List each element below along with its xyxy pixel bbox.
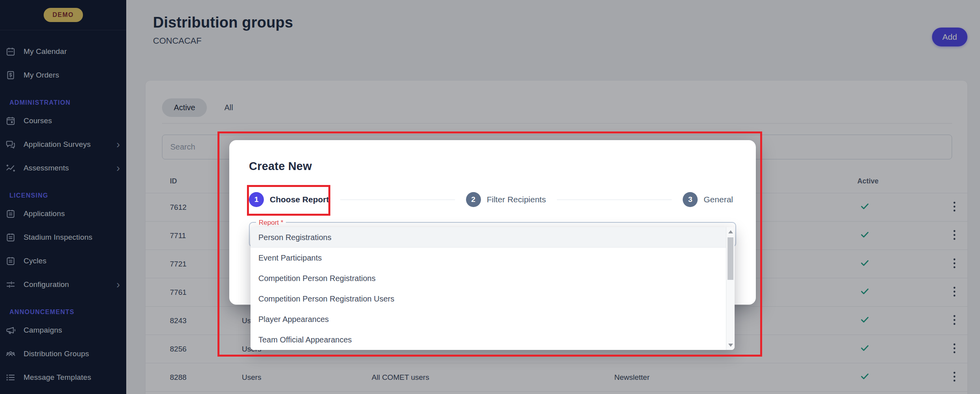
scroll-down-arrow-icon[interactable] [728, 344, 733, 347]
report-option[interactable]: Competition Person Registrations [251, 268, 726, 289]
step-connector [340, 200, 455, 200]
wizard-stepper: 1 Choose Report 2 Filter Recipients 3 Ge… [249, 192, 733, 207]
step-number-badge: 3 [683, 192, 698, 207]
wizard-step[interactable]: 2 Filter Recipients [466, 192, 683, 207]
step-label: Choose Report [270, 195, 329, 204]
report-options-list: Person RegistrationsEvent ParticipantsCo… [251, 227, 726, 350]
report-option[interactable]: Event Participants [251, 248, 726, 268]
report-field-label: Report * [256, 219, 286, 227]
modal-title: Create New [249, 160, 312, 173]
step-number-badge: 2 [466, 192, 481, 207]
dropdown-scrollbar[interactable] [726, 227, 735, 350]
wizard-step[interactable]: 3 General [683, 192, 733, 207]
report-option[interactable]: Competition Person Registration Users [251, 289, 726, 309]
step-label: Filter Recipients [487, 195, 546, 204]
report-option[interactable]: Person Registrations [251, 227, 726, 248]
wizard-step[interactable]: 1 Choose Report [249, 192, 466, 207]
report-option[interactable]: Team Official Appearances [251, 329, 726, 350]
step-connector [557, 200, 672, 200]
report-option[interactable]: Player Appearances [251, 309, 726, 329]
scrollbar-thumb[interactable] [728, 237, 733, 280]
step-number-badge: 1 [249, 192, 264, 207]
scroll-up-arrow-icon[interactable] [728, 230, 733, 233]
report-dropdown-menu: Person RegistrationsEvent ParticipantsCo… [251, 227, 735, 350]
step-label: General [704, 195, 733, 204]
